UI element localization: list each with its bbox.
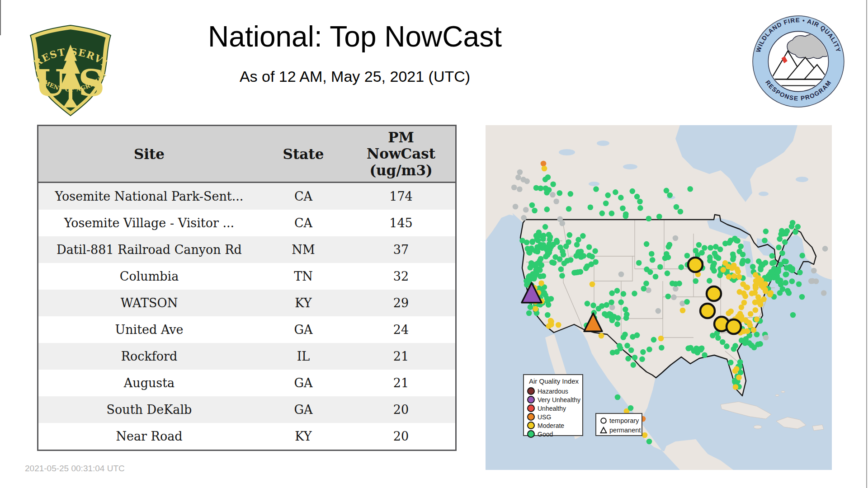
monitor-dot-gray	[673, 235, 679, 241]
aqi-legend-item: Moderate	[527, 421, 582, 430]
monitor-dot-gray	[763, 335, 769, 341]
aqi-color-dot	[527, 413, 535, 421]
monitor-dot-green	[789, 278, 795, 284]
monitor-dot-gray	[673, 286, 679, 292]
monitor-dot-green	[796, 281, 802, 287]
monitor-dot-yellow	[599, 333, 604, 339]
monitor-dot-green	[589, 254, 595, 260]
monitor-dot-gray	[671, 295, 677, 300]
monitor-dot-green	[604, 302, 609, 308]
monitor-dot-green	[762, 238, 768, 244]
temporary-label: temporary	[609, 417, 639, 424]
temporary-monitor-ring	[700, 304, 715, 318]
monitor-dot-yellow	[731, 273, 737, 279]
aqi-legend-label: USG	[538, 413, 551, 421]
monitor-dot-gray	[513, 204, 519, 210]
monitor-dot-yellow	[738, 315, 744, 321]
monitor-dot-green	[530, 239, 536, 244]
monitor-dot-green	[592, 248, 598, 254]
monitor-dot-yellow	[751, 327, 757, 333]
monitor-dot-yellow	[753, 272, 759, 278]
left-edge-line	[0, 0, 1, 35]
state-cell: TN	[260, 263, 347, 290]
monitor-dot-green	[646, 439, 652, 445]
table-row: ColumbiaTN32	[38, 263, 456, 290]
monitor-dot-green	[782, 258, 788, 264]
monitor-dot-green	[615, 315, 621, 321]
monitor-dot-green	[574, 242, 580, 248]
monitor-dot-green	[564, 258, 570, 264]
monitor-dot-yellow	[753, 278, 759, 284]
monitor-dot-green	[712, 250, 718, 256]
site-cell: South DeKalb	[38, 396, 260, 423]
value-cell: 174	[347, 183, 456, 210]
aqi-legend-label: Unhealthy	[538, 405, 566, 412]
monitor-dot-green	[776, 267, 782, 272]
monitor-dot-green	[757, 341, 763, 347]
monitor-dot-green	[557, 190, 563, 196]
state-cell: KY	[260, 423, 347, 450]
monitor-dot-green	[547, 234, 553, 240]
monitor-dot-green	[779, 250, 785, 256]
monitor-dot-gray	[609, 305, 615, 310]
monitor-dot-green	[558, 267, 564, 272]
state-cell: KY	[260, 290, 347, 316]
monitor-dot-gray	[656, 308, 661, 314]
monitor-dot-gray	[811, 268, 817, 274]
monitor-dot-green	[550, 182, 556, 188]
monitor-dot-yellow	[733, 384, 739, 390]
temporary-monitor-ring	[726, 319, 741, 334]
aqi-map: Air Quality Index HazardousVery Unhealth…	[486, 125, 832, 470]
monitor-dot-green	[771, 260, 777, 266]
monitor-dot-green	[707, 254, 713, 260]
monitor-dot-green	[625, 356, 631, 361]
monitor-dot-gray	[550, 192, 556, 198]
monitor-dot-orange	[541, 161, 547, 167]
monitor-dot-yellow	[739, 305, 745, 310]
monitor-dot-gray	[517, 169, 523, 175]
monitor-dot-green	[674, 204, 679, 210]
monitor-dot-green	[621, 291, 627, 297]
monitor-dot-green	[628, 347, 634, 353]
temporary-legend-row: temporary	[600, 416, 642, 425]
monitor-dot-green	[614, 288, 620, 294]
nowcast-table: Site State PM NowCast (ug/m3) Yosemite N…	[37, 125, 457, 451]
monitor-dot-yellow	[732, 368, 738, 374]
site-cell: Yosemite National Park-Sent...	[38, 183, 260, 210]
aqi-legend-label: Hazardous	[538, 388, 568, 395]
value-cell: 21	[347, 343, 456, 370]
aqi-legend-label: Good	[538, 431, 553, 438]
site-cell: United Ave	[38, 316, 260, 343]
monitor-dot-green	[630, 188, 636, 194]
state-cell: IL	[260, 343, 347, 370]
state-cell: CA	[260, 210, 347, 236]
monitor-dot-green	[664, 188, 670, 194]
monitor-dot-green	[676, 281, 682, 286]
monitor-dot-green	[687, 186, 693, 192]
monitor-dot-yellow	[542, 166, 547, 172]
monitor-dot-green	[568, 191, 574, 197]
monitor-dot-green	[571, 270, 577, 276]
aqi-legend-item: Unhealthy	[527, 404, 582, 413]
aqi-color-dot	[527, 422, 535, 429]
monitor-dot-green	[732, 343, 738, 349]
monitor-dot-green	[651, 337, 657, 343]
aqi-legend-item: Very Unhealthy	[527, 395, 582, 404]
monitor-dot-green	[758, 265, 764, 271]
value-cell: 20	[347, 396, 456, 423]
monitor-dot-yellow	[533, 306, 538, 312]
permanent-triangle-icon	[600, 427, 607, 434]
monitor-dot-green	[545, 312, 551, 318]
monitor-dot-green	[541, 273, 547, 279]
monitor-dot-yellow	[731, 263, 737, 268]
monitor-dot-green	[544, 206, 550, 212]
monitor-dot-green	[763, 260, 769, 266]
permanent-label: permanent	[609, 427, 641, 434]
monitor-dot-green	[593, 259, 599, 265]
monitor-dot-green	[684, 299, 690, 305]
monitor-dot-green	[609, 300, 614, 305]
monitor-dot-green	[736, 249, 742, 254]
value-cell: 145	[347, 210, 456, 236]
monitor-dot-green	[529, 202, 535, 208]
monitor-dot-yellow	[538, 280, 544, 286]
